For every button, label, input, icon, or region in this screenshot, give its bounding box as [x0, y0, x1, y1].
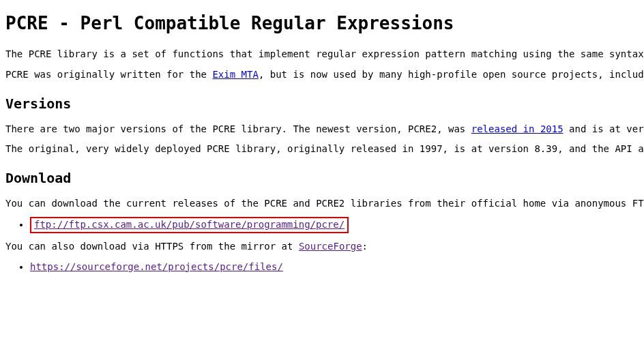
- text: There are two major versions of the PCRE…: [5, 123, 471, 134]
- intro-paragraph-1: The PCRE library is a set of functions t…: [5, 48, 644, 61]
- ftp-link[interactable]: ftp://ftp.csx.cam.ac.uk/pub/software/pro…: [34, 219, 345, 230]
- download-list-ftp: ftp://ftp.csx.cam.ac.uk/pub/software/pro…: [5, 217, 644, 233]
- released-2015-link[interactable]: released in 2015: [471, 123, 564, 134]
- highlight-box: ftp://ftp.csx.cam.ac.uk/pub/software/pro…: [30, 217, 349, 233]
- download-paragraph-1: You can download the current releases of…: [5, 197, 644, 211]
- list-item: ftp://ftp.csx.cam.ac.uk/pub/software/pro…: [30, 217, 644, 233]
- versions-paragraph-2: The original, very widely deployed PCRE …: [5, 143, 644, 156]
- page-title: PCRE - Perl Compatible Regular Expressio…: [5, 11, 644, 35]
- sourceforge-link[interactable]: SourceForge: [299, 241, 362, 252]
- text: PCRE was originally written for the: [5, 69, 212, 80]
- exim-mta-link[interactable]: Exim MTA: [212, 69, 258, 80]
- intro-paragraph-2: PCRE was originally written for the Exim…: [5, 68, 644, 82]
- text: :: [362, 241, 368, 252]
- text: The original, very widely deployed PCRE …: [5, 143, 644, 154]
- text: and is at version 10.xx.: [564, 123, 644, 134]
- sourceforge-files-link[interactable]: https://sourceforge.net/projects/pcre/fi…: [30, 261, 283, 272]
- download-heading: Download: [5, 168, 644, 188]
- text: You can also download via HTTPS from the…: [5, 241, 299, 252]
- download-list-sf: https://sourceforge.net/projects/pcre/fi…: [5, 261, 644, 274]
- list-item: https://sourceforge.net/projects/pcre/fi…: [30, 261, 644, 274]
- versions-heading: Versions: [5, 94, 644, 113]
- download-paragraph-2: You can also download via HTTPS from the…: [5, 240, 644, 254]
- versions-paragraph-1: There are two major versions of the PCRE…: [5, 123, 644, 136]
- text: , but is now used by many high-profile o…: [259, 69, 644, 80]
